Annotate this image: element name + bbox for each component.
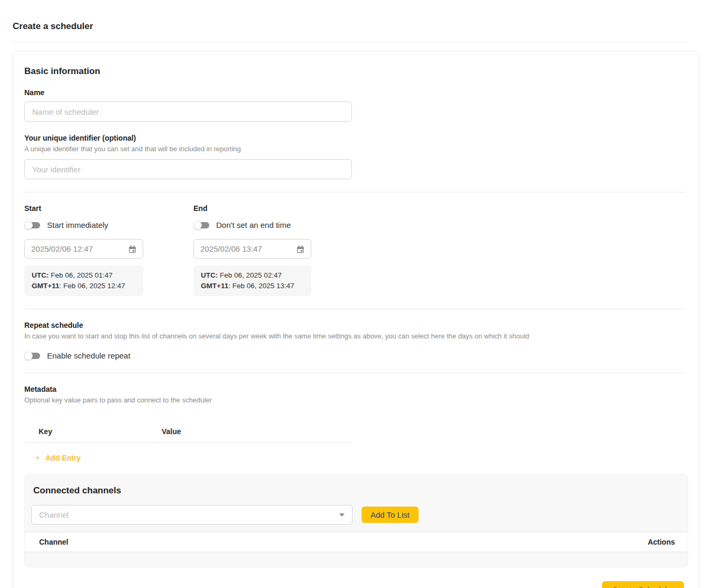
scheduler-form-card: Basic information Name Your unique ident…	[13, 51, 699, 588]
name-label: Name	[24, 88, 685, 97]
end-utc-line: UTC: Feb 06, 2025 02:47	[201, 270, 304, 281]
metadata-label: Metadata	[24, 385, 685, 393]
start-immediately-label: Start immediately	[47, 221, 108, 229]
enable-repeat-label: Enable schedule repeat	[47, 351, 131, 360]
metadata-value-column-header: Value	[162, 427, 181, 436]
channel-column-header: Channel	[39, 538, 68, 546]
end-gmt-line: GMT+11: Feb 06, 2025 13:47	[201, 281, 304, 291]
metadata-header-divider	[24, 442, 352, 443]
section-divider	[24, 192, 685, 192]
title-divider	[13, 42, 688, 42]
chevron-down-icon	[339, 513, 345, 517]
start-label: Start	[24, 204, 193, 213]
name-input[interactable]	[24, 102, 352, 122]
start-datetime-input[interactable]: 2025/02/06 12:47	[24, 239, 143, 259]
calendar-icon[interactable]	[127, 244, 137, 256]
start-timezone-info: UTC: Feb 06, 2025 01:47 GMT+11: Feb 06, …	[24, 265, 143, 296]
calendar-icon[interactable]	[295, 244, 305, 256]
start-column: Start Start immediately 2025/02/06 12:47	[24, 204, 193, 296]
scheduler-create-page: Create a scheduler Basic information Nam…	[0, 0, 705, 588]
toggle-knob	[24, 221, 33, 229]
repeat-schedule-hint: In case you want to start and stop this …	[24, 332, 685, 340]
no-end-time-label: Don't set an end time	[216, 221, 291, 229]
identifier-hint: A unique identifier that you can set and…	[24, 145, 685, 153]
channels-table-header: Channel Actions	[25, 532, 688, 552]
start-utc-line: UTC: Feb 06, 2025 01:47	[32, 270, 136, 281]
toggle-knob	[193, 221, 202, 229]
plus-icon: +	[35, 453, 40, 462]
identifier-label: Your unique identifier (optional)	[24, 134, 685, 142]
end-timezone-info: UTC: Feb 06, 2025 02:47 GMT+11: Feb 06, …	[193, 265, 311, 296]
actions-column-header: Actions	[648, 538, 675, 546]
channel-select[interactable]: Channel	[31, 505, 352, 525]
create-scheduler-button[interactable]: Create Scheduler	[602, 581, 684, 588]
end-datetime-value: 2025/02/06 13:47	[200, 244, 262, 253]
end-column: End Don't set an end time 2025/02/06 13:…	[193, 204, 363, 296]
metadata-hint: Optional key value pairs to pass and con…	[24, 396, 685, 404]
card-footer: Create Scheduler	[24, 581, 685, 588]
section-divider	[24, 373, 685, 373]
start-datetime-value: 2025/02/06 12:47	[31, 244, 93, 253]
start-immediately-toggle[interactable]	[24, 221, 40, 229]
channel-controls: Channel Add To List	[25, 505, 688, 525]
end-label: End	[193, 204, 363, 213]
page-title: Create a scheduler	[13, 21, 692, 32]
channel-select-placeholder: Channel	[39, 510, 69, 519]
connected-channels-section: Connected channels Channel Add To List C…	[24, 474, 688, 567]
metadata-key-column-header: Key	[39, 427, 162, 436]
enable-repeat-toggle[interactable]	[24, 352, 40, 360]
no-end-time-toggle[interactable]	[193, 221, 209, 229]
metadata-table-header: Key Value	[24, 427, 352, 436]
add-entry-label: Add Entry	[45, 454, 81, 462]
repeat-schedule-label: Repeat schedule	[24, 321, 685, 329]
add-entry-button[interactable]: + Add Entry	[35, 453, 81, 462]
channels-empty-area	[25, 552, 688, 567]
section-divider	[24, 309, 685, 309]
identifier-input[interactable]	[24, 159, 352, 179]
basic-information-heading: Basic information	[24, 66, 685, 77]
connected-channels-heading: Connected channels	[25, 485, 688, 496]
toggle-knob	[24, 352, 33, 360]
end-datetime-input[interactable]: 2025/02/06 13:47	[193, 239, 311, 259]
start-gmt-line: GMT+11: Feb 06, 2025 12:47	[32, 281, 136, 291]
add-to-list-button[interactable]: Add To List	[361, 507, 419, 523]
schedule-row: Start Start immediately 2025/02/06 12:47	[24, 204, 685, 296]
